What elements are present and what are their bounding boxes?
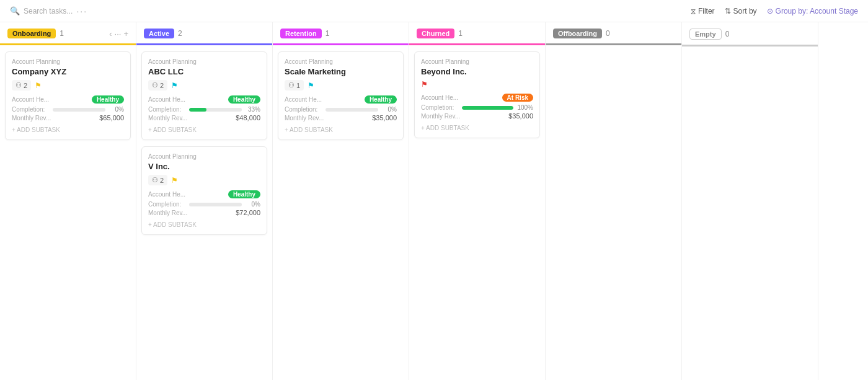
task-card[interactable]: Account PlanningCompany XYZ⚇ 2⚑Account H… bbox=[5, 51, 131, 140]
add-subtask-button[interactable]: + ADD SUBTASK bbox=[421, 125, 533, 131]
subtask-icon: ⚇ bbox=[16, 81, 22, 89]
card-health-row: Account He...Healthy bbox=[285, 95, 397, 104]
progress-bar bbox=[53, 108, 105, 112]
col-header-active: Active2 bbox=[136, 22, 272, 45]
progress-percent: 33% bbox=[246, 106, 260, 113]
progress-bar-fill bbox=[189, 108, 206, 112]
health-badge: Healthy bbox=[228, 190, 260, 198]
health-label: Account He... bbox=[148, 191, 185, 198]
top-bar: 🔍 Search tasks... ··· ⧖ Filter ⇅ Sort by… bbox=[0, 0, 868, 22]
col-tag-onboarding[interactable]: Onboarding bbox=[7, 29, 56, 38]
add-subtask-button[interactable]: + ADD SUBTASK bbox=[148, 126, 260, 133]
card-subtask-badge: ⚇ 2 bbox=[148, 80, 167, 91]
col-count-churned: 1 bbox=[458, 29, 463, 38]
progress-percent: 0% bbox=[382, 106, 397, 113]
group-by-button[interactable]: ⊙ Group by: Account Stage bbox=[767, 7, 858, 15]
group-label: Group by: Account Stage bbox=[776, 7, 858, 15]
col-tag-churned[interactable]: Churned bbox=[417, 29, 454, 38]
task-card[interactable]: Account PlanningV Inc.⚇ 2⚑Account He...H… bbox=[141, 146, 267, 235]
health-label: Account He... bbox=[148, 96, 185, 103]
flag-icon: ⚑ bbox=[35, 81, 42, 90]
flag-icon: ⚑ bbox=[421, 80, 428, 89]
more-options-icon[interactable]: ··· bbox=[76, 6, 87, 16]
col-header-onboarding: Onboarding1‹···+ bbox=[0, 22, 136, 45]
column-onboarding: Onboarding1‹···+Account PlanningCompany … bbox=[0, 22, 136, 380]
flag-icon: ⚑ bbox=[171, 81, 178, 90]
col-tag-offboarding[interactable]: Offboarding bbox=[553, 29, 602, 38]
col-header-offboarding: Offboarding0 bbox=[546, 22, 681, 45]
card-icons-row: ⚇ 2⚑ bbox=[148, 175, 260, 185]
col-count-active: 2 bbox=[178, 29, 182, 38]
progress-bar-fill bbox=[462, 106, 513, 110]
top-right-actions: ⧖ Filter ⇅ Sort by ⊙ Group by: Account S… bbox=[691, 7, 858, 15]
card-progress-row: Completion:0% bbox=[285, 106, 397, 113]
revenue-label: Monthly Rev... bbox=[285, 115, 324, 122]
col-tag-active[interactable]: Active bbox=[144, 29, 174, 38]
health-label: Account He... bbox=[12, 96, 49, 103]
card-subtask-badge: ⚇ 2 bbox=[12, 80, 31, 91]
col-cards-onboarding: Account PlanningCompany XYZ⚇ 2⚑Account H… bbox=[0, 45, 136, 380]
health-badge: Healthy bbox=[92, 95, 124, 104]
column-empty: Empty0 bbox=[682, 22, 818, 380]
chevron-left-icon[interactable]: ‹ bbox=[109, 29, 112, 38]
card-progress-row: Completion:33% bbox=[148, 106, 260, 113]
sort-button[interactable]: ⇅ Sort by bbox=[725, 7, 757, 15]
col-nav[interactable]: ‹···+ bbox=[109, 29, 128, 38]
search-icon: 🔍 bbox=[10, 6, 20, 15]
add-subtask-button[interactable]: + ADD SUBTASK bbox=[285, 126, 397, 133]
progress-label: Completion: bbox=[12, 106, 49, 113]
card-icons-row: ⚑ bbox=[421, 80, 533, 89]
card-revenue-row: Monthly Rev...$35,000 bbox=[421, 112, 533, 120]
card-title: Company XYZ bbox=[12, 67, 124, 76]
col-count-empty: 0 bbox=[725, 30, 730, 38]
task-card[interactable]: Account PlanningABC LLC⚇ 2⚑Account He...… bbox=[141, 51, 267, 140]
add-subtask-button[interactable]: + ADD SUBTASK bbox=[148, 221, 260, 228]
more-icon[interactable]: ··· bbox=[115, 29, 122, 38]
card-revenue-row: Monthly Rev...$35,000 bbox=[285, 114, 397, 122]
card-category: Account Planning bbox=[285, 58, 397, 65]
col-header-retention: Retention1 bbox=[273, 22, 409, 45]
col-tag-retention[interactable]: Retention bbox=[280, 29, 322, 38]
add-icon[interactable]: + bbox=[123, 29, 128, 38]
health-badge: Healthy bbox=[228, 95, 260, 104]
card-category: Account Planning bbox=[12, 58, 124, 65]
card-subtask-badge: ⚇ 2 bbox=[148, 175, 167, 185]
add-subtask-button[interactable]: + ADD SUBTASK bbox=[12, 126, 124, 133]
task-card[interactable]: Account PlanningBeyond Inc.⚑Account He..… bbox=[414, 51, 540, 138]
col-count-onboarding: 1 bbox=[60, 29, 64, 38]
health-badge: At Risk bbox=[502, 94, 533, 102]
board: Onboarding1‹···+Account PlanningCompany … bbox=[0, 22, 868, 380]
health-label: Account He... bbox=[285, 96, 322, 103]
revenue-value: $35,000 bbox=[372, 114, 397, 122]
card-title: Scale Marketing bbox=[285, 67, 397, 76]
card-subtask-badge: ⚇ 1 bbox=[285, 80, 304, 91]
sort-icon: ⇅ bbox=[725, 7, 731, 15]
progress-label: Completion: bbox=[148, 201, 185, 208]
revenue-label: Monthly Rev... bbox=[12, 115, 51, 122]
card-health-row: Account He...Healthy bbox=[12, 95, 124, 104]
flag-icon: ⚑ bbox=[171, 176, 178, 185]
flag-icon: ⚑ bbox=[308, 81, 314, 90]
progress-bar bbox=[326, 108, 378, 112]
health-badge: Healthy bbox=[365, 95, 397, 104]
filter-label: Filter bbox=[698, 7, 715, 15]
progress-bar bbox=[189, 203, 242, 206]
card-health-row: Account He...Healthy bbox=[148, 190, 260, 198]
col-header-empty: Empty0 bbox=[682, 22, 818, 46]
col-cards-empty bbox=[682, 46, 818, 380]
search-area: 🔍 Search tasks... ··· bbox=[10, 6, 87, 16]
progress-label: Completion: bbox=[148, 106, 185, 113]
card-health-row: Account He...Healthy bbox=[148, 95, 260, 104]
revenue-value: $48,000 bbox=[236, 114, 260, 122]
progress-label: Completion: bbox=[285, 106, 322, 113]
col-count-offboarding: 0 bbox=[606, 29, 610, 38]
sort-label: Sort by bbox=[733, 7, 757, 15]
filter-button[interactable]: ⧖ Filter bbox=[691, 7, 715, 15]
progress-bar bbox=[189, 108, 242, 112]
column-churned: Churned1Account PlanningBeyond Inc.⚑Acco… bbox=[409, 22, 546, 380]
task-card[interactable]: Account PlanningScale Marketing⚇ 1⚑Accou… bbox=[278, 51, 404, 140]
card-revenue-row: Monthly Rev...$65,000 bbox=[12, 114, 124, 122]
col-tag-empty[interactable]: Empty bbox=[689, 29, 722, 40]
card-category: Account Planning bbox=[421, 58, 533, 65]
search-input[interactable]: Search tasks... bbox=[24, 7, 73, 15]
